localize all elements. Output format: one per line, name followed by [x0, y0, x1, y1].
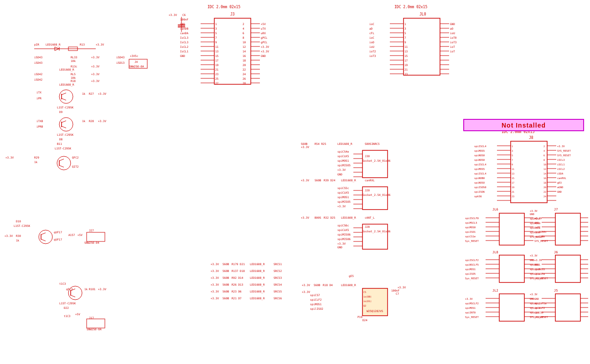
svg-text:spiCLK5: spiCLK5: [337, 154, 349, 158]
svg-text:17: 17: [512, 181, 514, 184]
svg-text:+3.3V: +3.3V: [98, 287, 106, 291]
svg-text:C6: C6: [182, 13, 186, 16]
svg-text:GND: GND: [180, 54, 185, 57]
svg-text:+3.3V: +3.3V: [96, 43, 104, 46]
svg-text:3: 3: [404, 27, 406, 30]
svg-text:10: 10: [543, 163, 546, 166]
svg-text:7: 7: [215, 36, 217, 39]
svg-text:R13c: R13c: [71, 65, 78, 68]
svg-text:2: 2: [543, 145, 545, 148]
not-installed-banner: Not Installed: [463, 119, 584, 131]
svg-text:cANT_L: cANT_L: [365, 216, 375, 220]
svg-text:spiISCL4: spiISCL4: [474, 172, 486, 175]
svg-text:23: 23: [215, 72, 219, 76]
svg-text:spiISOS0: spiISOS0: [474, 186, 486, 189]
svg-text:LED1608_R: LED1608_R: [250, 276, 265, 280]
svg-text:R26 D13: R26 D13: [232, 283, 243, 286]
svg-text:22: 22: [543, 190, 546, 193]
svg-text:26: 26: [243, 77, 246, 80]
svg-text:LED1608_R: LED1608_R: [59, 83, 74, 87]
svg-text:+3.3V: +3.3V: [534, 259, 542, 261]
svg-text:spiMOS4: spiMOS4: [530, 217, 541, 220]
svg-text:LED1608_R: LED1608_R: [250, 290, 265, 293]
svg-text:canRXL: canRXL: [557, 177, 567, 179]
svg-text:7: 7: [404, 36, 406, 39]
svg-text:+3.3V: +3.3V: [98, 92, 106, 95]
svg-text:10: 10: [243, 41, 246, 44]
svg-text:R29: R29: [34, 156, 39, 159]
svg-text:spiMOS1: spiMOS1: [337, 159, 349, 163]
svg-text:spiMOS5: spiMOS5: [474, 149, 485, 153]
svg-text:8: 8: [243, 36, 244, 39]
svg-text:18: 18: [543, 181, 546, 184]
svg-text:iSCL3: iSCL3: [557, 159, 565, 161]
svg-text:S80SINRC5: S80SINRC5: [365, 142, 380, 145]
svg-text:LED1608_R: LED1608_R: [341, 283, 356, 287]
svg-text:R28: R28: [89, 119, 94, 123]
svg-text:1k: 1k: [82, 119, 86, 123]
svg-text:aGND: aGND: [557, 186, 563, 189]
svg-text:ioT3: ioT3: [369, 54, 376, 57]
svg-text:+3.3V: +3.3V: [398, 286, 406, 289]
svg-text:LED1608_R: LED1608_R: [250, 297, 265, 300]
svg-text:IsCL3: IsCL3: [180, 36, 188, 39]
svg-text:iSD43: iSD43: [34, 56, 42, 59]
svg-text:GND: GND: [530, 297, 534, 300]
svg-text:+3.3V: +3.3V: [302, 283, 310, 287]
svg-text:1k: 1k: [84, 287, 88, 291]
svg-text:spiCLK5: spiCLK5: [337, 228, 349, 232]
svg-text:1k: 1k: [34, 160, 38, 164]
svg-text:canRXL: canRXL: [365, 179, 375, 182]
svg-text:io(DB): io(DB): [363, 295, 372, 298]
svg-text:GND: GND: [534, 297, 539, 300]
svg-text:spiMOS1: spiMOS1: [465, 307, 476, 310]
svg-text:S60B: S60B: [315, 179, 321, 182]
svg-text:uTX: uTX: [261, 27, 266, 30]
svg-text:2: 2: [243, 22, 244, 26]
svg-text:io(D1): io(D1): [363, 300, 372, 302]
svg-text:ioT0: ioT0: [450, 36, 457, 39]
svg-text:J28: J28: [365, 225, 370, 228]
svg-text:ioT2: ioT2: [369, 50, 376, 53]
svg-text:J6: J6: [554, 251, 558, 254]
svg-text:+3.3V: +3.3V: [261, 45, 269, 48]
svg-text:spiINT0: spiINT0: [465, 311, 476, 314]
svg-text:9: 9: [404, 41, 406, 44]
svg-text:R179 D21: R179 D21: [232, 262, 245, 266]
svg-text:spiNOB0: spiNOB0: [474, 177, 485, 180]
svg-text:+3.3V: +3.3V: [211, 269, 219, 272]
svg-text:+3.3V: +3.3V: [5, 234, 13, 237]
svg-text:gPCL: gPCL: [261, 41, 268, 44]
svg-text:+3.3V: +3.3V: [530, 210, 538, 212]
svg-text:J5: J5: [554, 289, 558, 292]
svg-text:spiISO1: spiISO1: [530, 226, 540, 230]
svg-text:+3.3V: +3.3V: [91, 56, 99, 59]
svg-text:+3.3V: +3.3V: [169, 13, 177, 16]
svg-text:C7: C7: [396, 292, 399, 295]
svg-text:iSD13: iSD13: [116, 61, 124, 64]
svg-text:Q2: Q2: [363, 304, 366, 307]
svg-text:spiNOSO: spiNOSO: [474, 181, 485, 185]
svg-text:R27: R27: [89, 92, 94, 95]
svg-text:L1ST-C295K: L1ST-C295K: [57, 133, 74, 136]
svg-text:J4: J4: [135, 60, 138, 63]
svg-text:qUF17: qUF17: [54, 238, 62, 241]
svg-text:24: 24: [543, 195, 546, 198]
svg-text:A157: A157: [68, 233, 75, 236]
svg-text:+3.3V: +3.3V: [211, 283, 219, 286]
jl0-label: JL0: [419, 12, 426, 16]
svg-text:22: 22: [243, 68, 246, 71]
svg-text:21: 21: [404, 68, 408, 71]
svg-text:12: 12: [543, 168, 546, 170]
svg-text:spiISO5: spiISO5: [465, 272, 476, 276]
svg-text:+3.3V: +3.3V: [91, 65, 99, 68]
svg-text:+3.3V: +3.3V: [465, 297, 473, 300]
svg-text:R54 R25: R54 R25: [315, 142, 326, 145]
svg-text:14: 14: [543, 172, 546, 175]
svg-text:1k: 1k: [16, 239, 20, 242]
svg-text:GND: GND: [530, 259, 534, 261]
svg-text:canDA: canDA: [180, 31, 188, 35]
svg-text:+3.3V: +3.3V: [557, 145, 565, 148]
svg-text:spiCS8: spiCS8: [530, 311, 539, 314]
svg-text:pIR: pIR: [34, 43, 39, 46]
